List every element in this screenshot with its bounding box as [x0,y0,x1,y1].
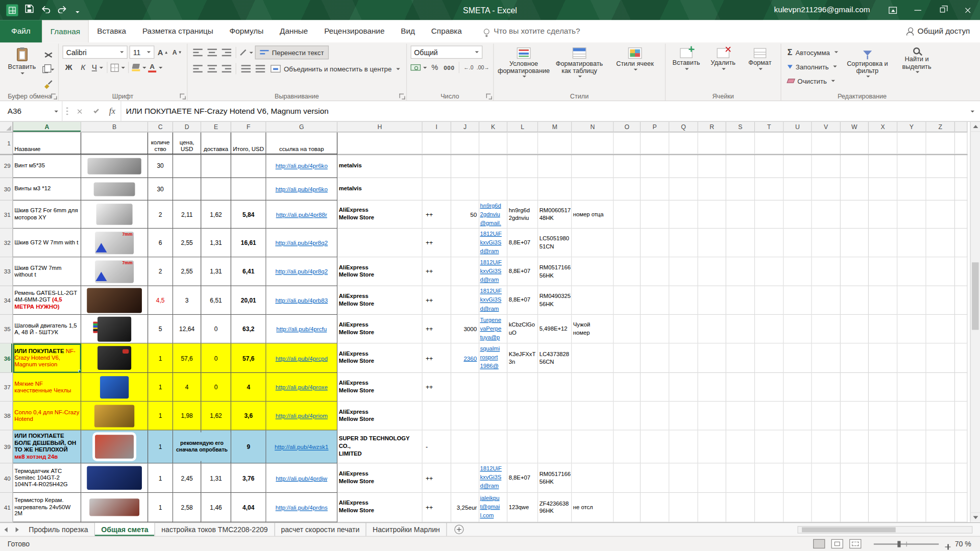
cell-empty[interactable] [812,343,841,373]
cell-K29[interactable] [479,154,507,178]
column-header-S[interactable]: S [726,122,755,133]
copy-button[interactable] [42,64,54,76]
cell-empty[interactable] [614,154,641,178]
increase-decimal-button[interactable]: ←.0 [462,61,475,73]
cell-empty[interactable] [955,133,967,155]
undo-button[interactable] [41,5,51,16]
selection-fill-handle[interactable] [78,370,81,373]
tell-me-box[interactable]: Что вы хотите сделать? [484,20,580,42]
cell-empty[interactable] [955,286,967,315]
column-header-N[interactable]: N [572,122,614,133]
cell-empty[interactable] [698,315,726,343]
cell-J35[interactable]: 3000 [451,315,479,343]
cell-A39[interactable]: ИЛИ ПОКУПАЕТЕ БОЛЕ ДЕШЕВЫЙ, ОН ТО ЖЕ НЕП… [13,431,81,464]
cell-empty[interactable] [726,315,755,343]
mk8-hotend-kit-photo[interactable] [95,435,134,459]
cell-empty[interactable] [507,133,538,155]
cell-empty[interactable] [897,178,926,201]
thermistor-bundle-photo[interactable] [87,466,142,490]
tracking-link[interactable]: kxvGi3S [480,238,501,247]
header-cell-name[interactable]: Название [13,133,81,155]
cell-empty[interactable] [897,201,926,229]
row-header-1[interactable]: 1 [0,133,13,155]
cell-F41[interactable]: 4,04 [231,493,266,522]
cell-empty[interactable] [726,493,755,522]
cell-empty[interactable] [841,373,869,402]
cell-empty[interactable] [669,154,698,178]
cell-E35[interactable]: 0 [201,315,231,343]
cell-empty[interactable] [955,343,967,373]
cell-B39[interactable] [81,431,148,464]
italic-button[interactable]: К [77,61,89,73]
cell-M37[interactable] [538,373,572,402]
minimize-button[interactable] [905,0,930,20]
screws-photo[interactable] [87,158,141,174]
column-header-M[interactable]: M [538,122,572,133]
cell-C39[interactable]: 1 [148,431,173,464]
pulley-photo[interactable]: 7mm [95,232,134,254]
sheet-nav-right-button[interactable] [11,523,22,536]
cell-I35[interactable]: ++ [423,315,451,343]
cell-empty[interactable] [812,154,841,178]
cell-F30[interactable] [231,178,266,201]
cell-F38[interactable]: 3,6 [231,402,266,430]
cell-empty[interactable] [812,315,841,343]
cell-empty[interactable] [669,286,698,315]
cell-empty[interactable] [726,431,755,464]
formula-bar-grip[interactable] [62,101,71,121]
cell-empty[interactable] [784,493,812,522]
cell-J37[interactable] [451,373,479,402]
cell-M30[interactable] [538,178,572,201]
cell-empty[interactable] [641,402,669,430]
cell-D31[interactable]: 2,11 [173,201,201,229]
cell-G36[interactable]: http://ali.pub/4prcpd [266,343,338,373]
insert-function-button[interactable]: fx [104,101,120,121]
cell-M34[interactable]: RM0490325 56HK [538,286,572,315]
product-link[interactable]: http://ali.pub/4pr88r [276,211,327,217]
cell-D40[interactable]: 2,45 [173,464,201,493]
cell-empty[interactable] [784,286,812,315]
cell-empty[interactable] [614,229,641,257]
tracking-link[interactable]: squalmi [480,344,500,353]
cell-B41[interactable] [81,493,148,522]
find-select-button[interactable]: Найти и выделить [894,45,939,90]
cell-H39[interactable]: SUPER 3D TECHNOLOGY CO., LIMITED [337,431,423,464]
cell-empty[interactable] [755,201,783,229]
alignment-dialog-launcher[interactable] [399,93,405,99]
cell-N35[interactable]: Чужой номер [572,315,614,343]
cell-A33[interactable]: Шкив GT2W 7mm without t [13,257,81,286]
cut-button[interactable] [42,49,54,61]
header-cell-link[interactable]: ссылка на товар [266,133,338,155]
align-bottom-button[interactable] [220,46,232,59]
conditional-formatting-button[interactable]: Условное форматирование [498,45,550,90]
excel-app-icon[interactable] [6,4,18,16]
font-color-button[interactable]: А [148,61,162,73]
comma-style-button[interactable]: 000 [443,61,455,73]
tracking-link[interactable]: 1812UiF [480,287,502,295]
cell-empty[interactable] [698,257,726,286]
cell-empty[interactable] [897,402,926,430]
cell-N31[interactable]: номер отца [572,201,614,229]
cell-empty[interactable] [698,154,726,178]
cell-B29[interactable] [81,154,148,178]
cell-M33[interactable]: RM0517166 56HK [538,257,572,286]
tracking-link[interactable]: vaPerpe [480,324,501,333]
cell-empty[interactable] [614,431,641,464]
cell-empty[interactable] [869,178,897,201]
cell-empty[interactable] [841,402,869,430]
sort-filter-button[interactable]: Сортировка и фильтр [844,45,891,90]
cell-empty[interactable] [897,133,926,155]
cell-empty[interactable] [669,402,698,430]
paste-button[interactable]: Вставить [5,45,39,90]
cell-I33[interactable]: ++ [423,257,451,286]
cell-empty[interactable] [955,431,967,464]
cell-A41[interactable]: Термистор Керам. нагреватель 24v50W 2M [13,493,81,522]
increase-font-button[interactable]: А [156,46,168,58]
decrease-font-button[interactable]: А [170,46,183,58]
cell-empty[interactable] [669,343,698,373]
product-link[interactable]: http://ali.pub/4pr8q2 [275,239,328,246]
cell-M29[interactable] [538,154,572,178]
increase-indent-button[interactable] [254,62,266,74]
cell-empty[interactable] [812,402,841,430]
tracking-link[interactable]: kxvGi3S [480,267,501,276]
